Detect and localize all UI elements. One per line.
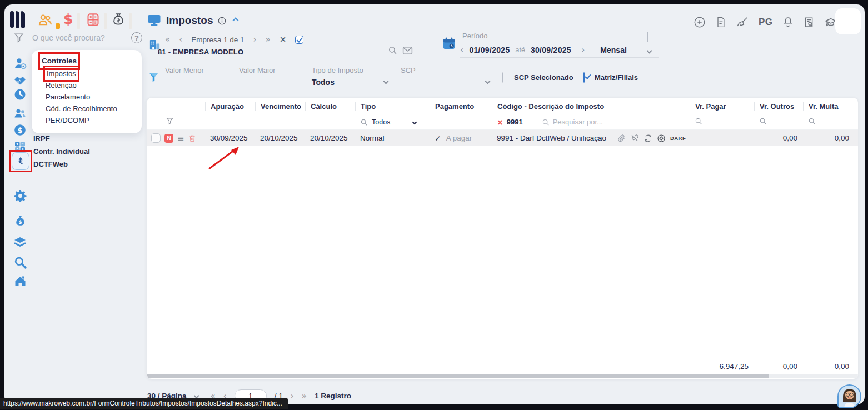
- toolbar-divider: [77, 13, 80, 29]
- valor-menor-input[interactable]: [162, 88, 231, 88]
- codigo-search-input[interactable]: [553, 118, 614, 126]
- row-menu-icon[interactable]: ≡: [177, 133, 184, 143]
- moneybag-module-icon[interactable]: [111, 12, 126, 27]
- last-page-button[interactable]: »: [302, 391, 307, 401]
- column-vr-multa[interactable]: Vr. Multa: [803, 102, 855, 111]
- codigo-filter: × 9991: [492, 118, 690, 127]
- menu-item-impostos[interactable]: Impostos: [46, 68, 77, 79]
- period-next-button[interactable]: ›: [581, 44, 585, 55]
- column-tipo[interactable]: Tipo: [355, 102, 430, 111]
- matriz-filiais-checkbox[interactable]: [583, 72, 585, 83]
- period-checkbox[interactable]: [647, 32, 648, 42]
- sidebar-item-clock[interactable]: [12, 87, 28, 102]
- company-first-button[interactable]: «: [165, 34, 170, 44]
- collapse-chevron-icon[interactable]: [233, 17, 239, 23]
- tipo-imposto-label: Tipo de Imposto: [312, 66, 363, 74]
- sidebar-item-people[interactable]: [12, 106, 28, 121]
- total-vr-outros: 0,00: [754, 362, 803, 371]
- column-vencimento[interactable]: Vencimento: [255, 102, 305, 111]
- menu-item-parcelamento[interactable]: Parcelamento: [46, 91, 133, 103]
- scp-select[interactable]: [400, 88, 498, 88]
- darf-head-icon[interactable]: [657, 134, 666, 143]
- company-search-icon[interactable]: [388, 46, 397, 55]
- menu-item-contr-individual[interactable]: Contr. Individual: [33, 145, 90, 158]
- next-page-button[interactable]: ›: [291, 391, 294, 401]
- global-search-input[interactable]: [32, 33, 116, 42]
- period-start-date[interactable]: 01/09/2025: [469, 46, 510, 54]
- tipo-imposto-chevron-icon[interactable]: [383, 79, 389, 84]
- filter-funnel-icon[interactable]: [13, 32, 24, 44]
- menu-section-controles[interactable]: Controles: [41, 54, 78, 68]
- info-icon[interactable]: [218, 17, 226, 25]
- broom-icon[interactable]: [736, 16, 749, 28]
- sidebar-item-taxes-pin[interactable]: [12, 152, 29, 170]
- valor-maior-input[interactable]: [236, 88, 304, 88]
- unlink-icon[interactable]: [630, 134, 639, 142]
- column-codigo-descricao[interactable]: Código - Descrição do Imposto: [492, 102, 690, 111]
- email-icon[interactable]: [402, 46, 413, 55]
- table-row[interactable]: N ≡ 30/09/2025 20/10/2025 20/10/2025 Nor…: [147, 130, 859, 146]
- menu-item-per-dcomp[interactable]: PER/DCOMP: [46, 114, 133, 126]
- column-vr-clipped[interactable]: V: [855, 102, 859, 111]
- sync-icon[interactable]: [643, 134, 652, 143]
- scp-chevron-icon[interactable]: [485, 79, 491, 84]
- tipo-filter-select[interactable]: Todos: [355, 118, 430, 126]
- table-filter-row: Todos × 9991: [147, 114, 859, 130]
- valor-menor-label: Valor Menor: [165, 66, 204, 74]
- period-mode-select[interactable]: Mensal: [600, 46, 626, 54]
- sidebar-item-home[interactable]: [12, 273, 28, 289]
- add-icon[interactable]: [694, 16, 706, 28]
- period-mode-chevron-icon[interactable]: [647, 48, 652, 54]
- scp-selecionado-checkbox[interactable]: [502, 72, 503, 83]
- sidebar-item-handshake[interactable]: [12, 72, 28, 88]
- grid-filter-funnel-icon[interactable]: [166, 117, 174, 126]
- sidebar-item-layers[interactable]: [12, 234, 28, 250]
- help-icon[interactable]: ?: [131, 32, 142, 43]
- sidebar-item-user-settings[interactable]: [12, 56, 28, 71]
- filters-funnel-icon[interactable]: [148, 70, 159, 84]
- period-end-date[interactable]: 30/09/2025: [531, 46, 571, 54]
- row-delete-icon[interactable]: [188, 134, 196, 143]
- column-calculo[interactable]: Cálculo: [305, 102, 355, 111]
- company-clear-button[interactable]: ×: [280, 34, 287, 44]
- company-next-button[interactable]: ›: [253, 34, 257, 44]
- row-checkbox[interactable]: [151, 133, 161, 143]
- company-last-button[interactable]: »: [266, 34, 271, 44]
- vr-multa-search-icon[interactable]: [808, 117, 816, 125]
- document-search-icon[interactable]: [803, 16, 815, 28]
- pg-button[interactable]: PG: [759, 17, 773, 28]
- notifications-bell-icon[interactable]: [782, 16, 794, 28]
- annotation-arrow: [202, 143, 247, 172]
- column-apuracao[interactable]: Apuração: [205, 102, 255, 111]
- topright-panel-button[interactable]: [835, 8, 861, 34]
- remove-code-filter-button[interactable]: ×: [497, 118, 503, 127]
- horizontal-scrollbar-thumb[interactable]: [147, 374, 769, 378]
- sidebar-item-search[interactable]: [12, 254, 28, 270]
- menu-item-irpf[interactable]: IRPF: [33, 132, 90, 145]
- period-prev-button[interactable]: ‹: [460, 44, 463, 55]
- app-logo[interactable]: [10, 11, 27, 29]
- menu-item-retencao[interactable]: Retenção: [46, 79, 133, 91]
- vr-pagar-search-icon[interactable]: [695, 117, 702, 125]
- document-icon[interactable]: [715, 16, 726, 28]
- menu-item-dctfweb[interactable]: DCTFWeb: [33, 158, 90, 171]
- column-pagamento[interactable]: Pagamento: [430, 102, 492, 111]
- column-vr-pagar[interactable]: Vr. Pagar: [690, 102, 754, 111]
- company-prev-button[interactable]: ‹: [179, 34, 182, 44]
- column-vr-outros[interactable]: Vr. Outros: [754, 102, 803, 111]
- cell-apuracao: 30/09/2025: [205, 134, 255, 142]
- company-checkbox[interactable]: [295, 36, 303, 44]
- calculator-module-icon[interactable]: [86, 12, 101, 27]
- cell-tipo: Normal: [355, 134, 430, 142]
- attachment-icon[interactable]: [617, 134, 626, 142]
- sidebar-item-dollar[interactable]: $: [12, 122, 28, 138]
- finance-module-icon[interactable]: $: [63, 11, 73, 27]
- sidebar-item-gear[interactable]: [12, 188, 28, 203]
- payment-check-icon: ✓: [435, 134, 441, 143]
- topright-toolbar: PG: [694, 16, 837, 28]
- sidebar-item-moneybag[interactable]: $: [12, 213, 28, 229]
- vr-outros-search-icon[interactable]: [759, 117, 767, 125]
- menu-item-cod-recolhimento[interactable]: Cód. de Recolhimento: [46, 103, 133, 114]
- tipo-imposto-select[interactable]: Todos: [312, 78, 335, 87]
- support-chat-avatar[interactable]: [837, 384, 861, 408]
